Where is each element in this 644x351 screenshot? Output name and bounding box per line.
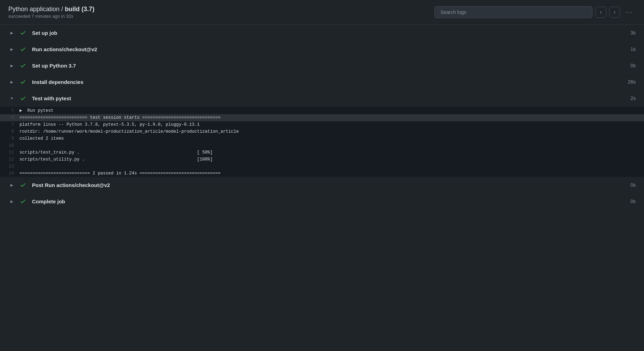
log-row-1[interactable]: 1 ▶ Run pytest: [0, 107, 644, 114]
log-line-num-7: 7: [0, 122, 19, 127]
log-line-num-14: 14: [0, 170, 19, 176]
job-row-complete-job[interactable]: ▶ Complete job 0s: [0, 193, 644, 210]
check-icon-test-pytest: [18, 95, 28, 101]
more-options-button[interactable]: ···: [623, 7, 636, 18]
log-row-6[interactable]: 6 ========================== test sessio…: [0, 114, 644, 121]
expand-icon-setup-python: ▶: [8, 64, 15, 68]
job-duration-test-pytest: 2s: [630, 95, 636, 101]
log-line-num-13: 13: [0, 163, 19, 169]
expand-icon-setup-job: ▶: [8, 31, 15, 35]
nav-next-button[interactable]: ›: [609, 7, 620, 18]
search-input[interactable]: [434, 6, 592, 18]
job-label-setup-python: Set up Python 3.7: [32, 63, 630, 69]
log-line-content-6: ========================== test session …: [19, 115, 221, 121]
nav-prev-button[interactable]: ‹: [595, 7, 606, 18]
check-icon-setup-job: [18, 30, 28, 36]
log-line-content-12: scripts/test_utility.py . [100%]: [19, 156, 213, 163]
expand-icon-test-pytest: ▼: [8, 96, 15, 100]
log-row-11[interactable]: 11 scripts/test_train.py . [ 50%]: [0, 149, 644, 156]
header-left: Python application / build (3.7) succeed…: [8, 6, 94, 19]
log-line-num-12: 12: [0, 156, 19, 162]
log-row-10[interactable]: 10: [0, 142, 644, 149]
check-icon-setup-python: [18, 62, 28, 69]
log-line-content-11: scripts/test_train.py . [ 50%]: [19, 149, 213, 156]
job-label-install-deps: Install dependencies: [32, 79, 628, 85]
expand-icon-install-deps: ▶: [8, 80, 15, 84]
job-row-run-checkout[interactable]: ▶ Run actions/checkout@v2 1s: [0, 41, 644, 57]
job-row-post-checkout[interactable]: ▶ Post Run actions/checkout@v2 0s: [0, 177, 644, 193]
job-label-complete-job: Complete job: [32, 198, 630, 204]
expand-icon-post-checkout: ▶: [8, 183, 15, 187]
job-label-test-pytest: Test with pytest: [32, 95, 630, 101]
job-list: ▶ Set up job 3s ▶ Run actions/checkout@v…: [0, 25, 644, 210]
breadcrumb-prefix: Python application /: [8, 6, 63, 13]
check-icon-post-checkout: [18, 182, 28, 188]
log-line-num-9: 9: [0, 135, 19, 141]
log-line-num-10: 10: [0, 142, 19, 148]
log-line-content-10: [19, 142, 22, 149]
job-duration-setup-job: 3s: [630, 30, 636, 36]
job-label-setup-job: Set up job: [32, 30, 630, 36]
log-row-7[interactable]: 7 platform linux -- Python 3.7.8, pytest…: [0, 121, 644, 128]
job-duration-post-checkout: 0s: [630, 182, 636, 188]
job-row-test-pytest[interactable]: ▼ Test with pytest 2s: [0, 90, 644, 107]
header-right: ‹ › ···: [434, 6, 636, 18]
log-line-num-6: 6: [0, 115, 19, 120]
log-line-content-14: =========================== 2 passed in …: [19, 170, 221, 177]
log-line-content-9: collected 2 items: [19, 135, 64, 142]
job-duration-install-deps: 26s: [628, 79, 636, 85]
job-duration-run-checkout: 1s: [630, 46, 636, 52]
expand-icon-run-checkout: ▶: [8, 47, 15, 51]
log-line-content-1: ▶ Run pytest: [19, 107, 54, 114]
build-subtitle: succeeded 7 minutes ago in 32s: [8, 14, 94, 19]
build-title: build (3.7): [65, 6, 94, 13]
log-line-num-11: 11: [0, 149, 19, 155]
page-title: Python application / build (3.7): [8, 6, 94, 13]
job-duration-complete-job: 0s: [630, 198, 636, 204]
check-icon-run-checkout: [18, 46, 28, 52]
log-row-9[interactable]: 9 collected 2 items: [0, 135, 644, 142]
job-label-run-checkout: Run actions/checkout@v2: [32, 46, 630, 52]
log-row-12[interactable]: 12 scripts/test_utility.py . [100%]: [0, 156, 644, 163]
expand-icon-complete-job: ▶: [8, 200, 15, 203]
log-line-num-8: 8: [0, 128, 19, 134]
log-line-content-7: platform linux -- Python 3.7.8, pytest-5…: [19, 122, 200, 128]
log-row-13[interactable]: 13: [0, 163, 644, 170]
job-duration-setup-python: 0s: [630, 63, 636, 68]
job-label-post-checkout: Post Run actions/checkout@v2: [32, 182, 630, 188]
job-row-setup-python[interactable]: ▶ Set up Python 3.7 0s: [0, 57, 644, 74]
header: Python application / build (3.7) succeed…: [0, 0, 644, 25]
check-icon-complete-job: [18, 198, 28, 204]
log-section: 1 ▶ Run pytest 6 =======================…: [0, 107, 644, 177]
log-row-8[interactable]: 8 rootdir: /home/runner/work/model-produ…: [0, 128, 644, 135]
job-row-install-deps[interactable]: ▶ Install dependencies 26s: [0, 74, 644, 90]
log-line-content-13: [19, 163, 22, 170]
check-icon-install-deps: [18, 79, 28, 85]
job-row-setup-job[interactable]: ▶ Set up job 3s: [0, 25, 644, 41]
log-line-num-1: 1: [0, 107, 19, 112]
log-line-content-8: rootdir: /home/runner/work/model-product…: [19, 128, 239, 135]
log-row-14[interactable]: 14 =========================== 2 passed …: [0, 170, 644, 177]
